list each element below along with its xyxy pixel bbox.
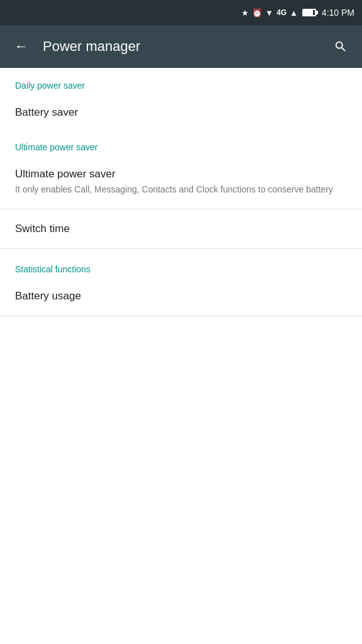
ultimate-power-saver-subtitle: It only enables Call, Messaging, Contact… bbox=[15, 184, 347, 196]
alarm-icon: ⏰ bbox=[252, 8, 262, 18]
signal-icon: ▲ bbox=[290, 8, 298, 18]
status-bar: ★ ⏰ ▼ 4G ▲ 4:10 PM bbox=[0, 0, 362, 25]
network-4g-label: 4G bbox=[277, 8, 287, 17]
back-button[interactable]: ← bbox=[10, 35, 33, 58]
list-item-switch-time[interactable]: Switch time bbox=[0, 212, 362, 246]
switch-time-title: Switch time bbox=[15, 222, 347, 236]
divider-3 bbox=[0, 316, 362, 316]
ultimate-power-saver-title: Ultimate power saver bbox=[15, 167, 347, 181]
section-statistical-functions: Statistical functions Battery usage bbox=[0, 252, 362, 313]
list-item-ultimate-power-saver[interactable]: Ultimate power saver It only enables Cal… bbox=[0, 157, 362, 206]
section-header-daily: Daily power saver bbox=[0, 68, 362, 96]
star-icon: ★ bbox=[241, 8, 249, 18]
app-bar: ← Power manager bbox=[0, 25, 362, 68]
status-icons: ★ ⏰ ▼ 4G ▲ 4:10 PM bbox=[241, 8, 354, 18]
list-item-battery-saver[interactable]: Battery saver bbox=[0, 96, 362, 130]
battery-saver-title: Battery saver bbox=[15, 106, 347, 119]
divider-1 bbox=[0, 209, 362, 209]
search-button[interactable] bbox=[329, 35, 352, 58]
list-item-battery-usage[interactable]: Battery usage bbox=[0, 279, 362, 313]
section-header-ultimate: Ultimate power saver bbox=[0, 130, 362, 157]
section-header-statistical: Statistical functions bbox=[0, 252, 362, 279]
battery-icon bbox=[302, 9, 316, 16]
divider-2 bbox=[0, 248, 362, 249]
content-area: Daily power saver Battery saver Ultimate… bbox=[0, 68, 362, 316]
page-title: Power manager bbox=[43, 38, 319, 55]
section-ultimate-power-saver: Ultimate power saver Ultimate power save… bbox=[0, 130, 362, 246]
section-daily-power-saver: Daily power saver Battery saver bbox=[0, 68, 362, 130]
status-time: 4:10 PM bbox=[322, 8, 354, 18]
wifi-icon: ▼ bbox=[265, 8, 273, 18]
battery-usage-title: Battery usage bbox=[15, 289, 347, 303]
